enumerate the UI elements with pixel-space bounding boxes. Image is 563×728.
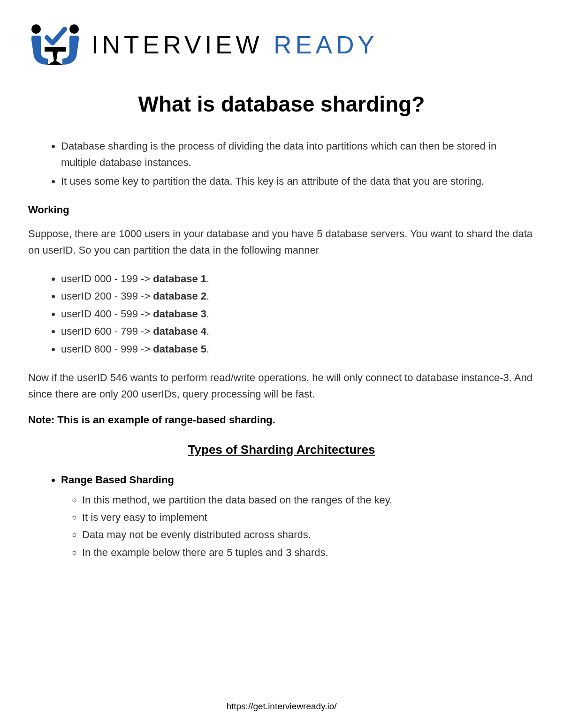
types-heading: Types of Sharding Architectures [28,443,535,457]
mapping-range: userID 600 - 799 -> [61,325,153,337]
mapping-suffix: . [206,343,209,355]
mapping-range: userID 800 - 999 -> [61,343,153,355]
working-conclusion: Now if the userID 546 wants to perform r… [28,369,535,402]
logo-container: INTERVIEW READY [28,23,535,66]
mapping-target: database 2 [153,290,206,302]
intro-bullet: It uses some key to partition the data. … [61,173,535,189]
mapping-suffix: . [206,325,209,337]
footer-url: https://get.interviewready.io/ [0,701,563,712]
mapping-list: userID 000 - 199 -> database 1. userID 2… [28,270,535,358]
mapping-item: userID 800 - 999 -> database 5. [61,340,535,358]
logo-word-interview: INTERVIEW [91,31,263,59]
mapping-range: userID 400 - 599 -> [61,308,153,320]
intro-bullet: Database sharding is the process of divi… [61,138,535,171]
mapping-range: userID 000 - 199 -> [61,273,153,285]
working-heading: Working [28,204,535,216]
intro-list: Database sharding is the process of divi… [28,138,535,190]
mapping-suffix: . [206,290,209,302]
mapping-target: database 5 [153,343,206,355]
type-points-list: In this method, we partition the data ba… [61,491,535,562]
mapping-item: userID 200 - 399 -> database 2. [61,287,535,305]
mapping-item: userID 400 - 599 -> database 3. [61,305,535,323]
type-point: In the example below there are 5 tuples … [82,544,535,561]
svg-point-1 [69,24,79,34]
type-point: Data may not be evenly distributed acros… [82,526,535,543]
mapping-suffix: . [206,273,209,285]
mapping-suffix: . [206,308,209,320]
mapping-target: database 1 [153,273,206,285]
type-item: Range Based Sharding In this method, we … [61,471,535,561]
logo-text: INTERVIEW READY [91,30,378,59]
mapping-target: database 4 [153,325,206,337]
mapping-item: userID 600 - 799 -> database 4. [61,323,535,340]
type-point: It is very easy to implement [82,509,535,526]
svg-point-0 [31,24,41,34]
types-list: Range Based Sharding In this method, we … [28,471,535,561]
working-intro: Suppose, there are 1000 users in your da… [28,225,535,258]
working-note: Note: This is an example of range-based … [28,414,535,426]
type-name: Range Based Sharding [61,474,174,486]
logo-word-ready: READY [274,31,378,59]
mapping-item: userID 000 - 199 -> database 1. [61,270,535,287]
type-point: In this method, we partition the data ba… [82,491,535,509]
svg-rect-2 [45,47,66,52]
page-title: What is database sharding? [28,91,535,117]
mapping-target: database 3 [153,308,206,320]
logo-icon [28,23,82,66]
mapping-range: userID 200 - 399 -> [61,290,153,302]
